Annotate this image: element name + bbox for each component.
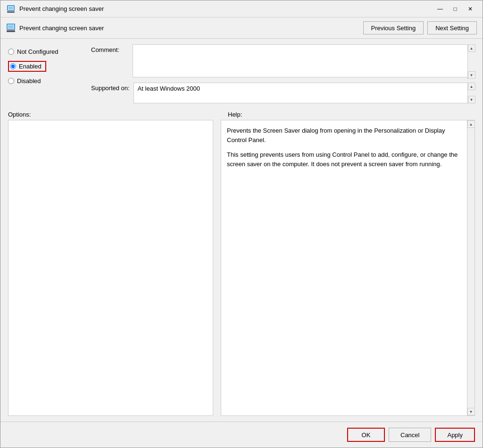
supported-label: Supported on: xyxy=(91,83,130,92)
prev-setting-button[interactable]: Previous Setting xyxy=(363,21,424,34)
help-scrollbar: ▲ ▼ xyxy=(467,120,475,415)
comment-section: Comment: ▲ ▼ xyxy=(91,44,475,79)
comment-input[interactable] xyxy=(133,44,475,77)
svg-rect-3 xyxy=(7,11,15,13)
disabled-option[interactable]: Disabled xyxy=(8,77,83,85)
title-bar-left: Prevent changing screen saver xyxy=(6,4,104,14)
footer: OK Cancel Apply xyxy=(0,422,483,448)
minimize-button[interactable]: — xyxy=(433,4,447,14)
help-header: Help: xyxy=(228,111,242,118)
help-scroll-down[interactable]: ▼ xyxy=(467,408,475,415)
content-area: Not Configured Enabled Disabled Comme xyxy=(0,39,483,422)
supported-value: At least Windows 2000 xyxy=(133,83,475,103)
help-scroll-up[interactable]: ▲ xyxy=(467,120,475,128)
svg-rect-2 xyxy=(8,7,13,9)
radio-group: Not Configured Enabled Disabled xyxy=(8,44,83,103)
title-controls: — □ ✕ xyxy=(433,4,477,14)
maximize-button[interactable]: □ xyxy=(449,4,462,14)
window-title: Prevent changing screen saver xyxy=(19,5,104,12)
help-paragraph-1: Prevents the Screen Saver dialog from op… xyxy=(227,126,465,144)
not-configured-radio[interactable] xyxy=(8,49,14,55)
help-panel: Prevents the Screen Saver dialog from op… xyxy=(221,120,475,416)
title-bar: Prevent changing screen saver — □ ✕ xyxy=(0,0,483,17)
supported-scrollbar: ▲ ▼ xyxy=(467,83,475,103)
subtitle-left: Prevent changing screen saver xyxy=(6,23,104,33)
supported-scroll-down[interactable]: ▼ xyxy=(468,96,475,103)
scroll-track xyxy=(468,52,475,71)
comment-wrapper: ▲ ▼ xyxy=(133,44,475,79)
right-panels: Comment: ▲ ▼ Supported on: xyxy=(91,44,475,103)
enabled-box: Enabled xyxy=(8,61,46,72)
close-button[interactable]: ✕ xyxy=(464,4,477,14)
supported-scroll-track xyxy=(468,90,475,96)
comment-label: Comment: xyxy=(91,44,129,53)
enabled-radio[interactable] xyxy=(10,63,16,69)
not-configured-label: Not Configured xyxy=(17,48,58,55)
apply-button[interactable]: Apply xyxy=(435,428,475,442)
options-header: Options: xyxy=(8,111,31,118)
enabled-label: Enabled xyxy=(19,63,42,70)
cancel-button[interactable]: Cancel xyxy=(389,428,431,442)
supported-text: At least Windows 2000 xyxy=(138,85,200,92)
help-paragraph-2: This setting prevents users from using C… xyxy=(227,150,465,169)
svg-rect-6 xyxy=(8,25,14,28)
supported-section: Supported on: At least Windows 2000 ▲ ▼ xyxy=(91,83,475,103)
subtitle-buttons: Previous Setting Next Setting xyxy=(363,21,477,34)
middle-section-labels: Options: Help: xyxy=(8,111,475,118)
scroll-up-arrow[interactable]: ▲ xyxy=(468,44,475,52)
window-icon xyxy=(6,4,16,14)
top-section: Not Configured Enabled Disabled Comme xyxy=(8,44,475,103)
subtitle-icon xyxy=(6,23,16,33)
panels-row: Prevents the Screen Saver dialog from op… xyxy=(8,120,475,416)
supported-wrapper: At least Windows 2000 ▲ ▼ xyxy=(133,83,475,103)
subtitle-bar: Prevent changing screen saver Previous S… xyxy=(0,17,483,39)
next-setting-button[interactable]: Next Setting xyxy=(427,21,477,34)
help-scroll-track xyxy=(467,128,475,408)
disabled-radio[interactable] xyxy=(8,78,14,84)
main-window: Prevent changing screen saver — □ ✕ Prev… xyxy=(0,0,483,448)
help-text: Prevents the Screen Saver dialog from op… xyxy=(227,126,465,169)
svg-rect-7 xyxy=(7,30,15,32)
subtitle-title: Prevent changing screen saver xyxy=(19,25,104,32)
disabled-label: Disabled xyxy=(17,77,41,85)
options-panel xyxy=(8,120,213,416)
enabled-option[interactable]: Enabled xyxy=(8,61,83,72)
supported-scroll-up[interactable]: ▲ xyxy=(468,83,475,90)
ok-button[interactable]: OK xyxy=(347,428,385,442)
not-configured-option[interactable]: Not Configured xyxy=(8,48,83,55)
comment-scrollbar: ▲ ▼ xyxy=(467,44,475,79)
scroll-down-arrow[interactable]: ▼ xyxy=(468,71,475,79)
